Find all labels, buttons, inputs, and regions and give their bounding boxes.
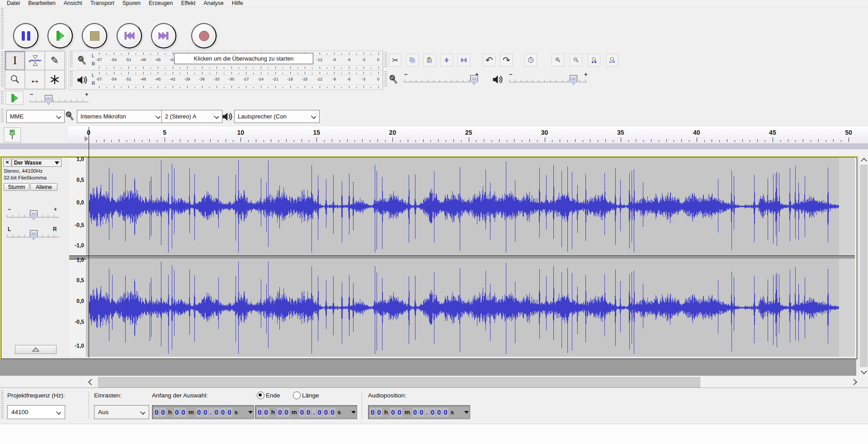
redo-button[interactable]: ↷ xyxy=(500,54,513,66)
radio-length[interactable] xyxy=(293,392,301,399)
snap-to-select[interactable]: Aus xyxy=(94,405,149,419)
menu-item-spuren[interactable]: Spuren xyxy=(118,0,145,7)
solo-button[interactable]: Alleine xyxy=(30,183,57,191)
menu-item-effekt[interactable]: Effekt xyxy=(177,0,200,7)
pan-slider-thumb[interactable] xyxy=(30,230,38,240)
playback-meter-toolbar[interactable]: L R -57-54-51-48-45-42-39-36-33-30-27-24… xyxy=(69,70,383,90)
playhead-triangle-icon[interactable] xyxy=(85,136,89,142)
audio-host-select[interactable]: MME xyxy=(6,110,65,123)
playback-volume-thumb[interactable] xyxy=(570,75,577,85)
selection-start-field[interactable]: 00h00m00.000s xyxy=(152,405,254,419)
vertical-scroll-thumb[interactable] xyxy=(860,165,868,367)
play-speed-slider[interactable] xyxy=(30,98,89,102)
recording-channels-select[interactable]: 2 (Stereo) A xyxy=(161,110,222,123)
sync-lock-button[interactable] xyxy=(524,54,537,66)
toolbar-grabber[interactable] xyxy=(1,8,4,49)
paste-button[interactable] xyxy=(423,54,436,66)
playback-device-select[interactable]: Lautsprecher (Con xyxy=(234,110,320,123)
skip-to-start-button[interactable] xyxy=(117,23,142,48)
radio-end-label[interactable]: Ende xyxy=(266,392,280,399)
trim-audio-button[interactable] xyxy=(440,54,453,66)
scroll-up-button[interactable] xyxy=(859,156,868,164)
scroll-left-button[interactable] xyxy=(87,377,95,387)
playback-volume-plus: + xyxy=(584,71,588,78)
recording-volume-slider[interactable] xyxy=(404,78,478,82)
pan-left-label: L xyxy=(8,226,11,232)
horizontal-scroll-thumb[interactable] xyxy=(98,377,700,387)
toolbar-grabber[interactable] xyxy=(70,71,73,88)
envelope-tool-button[interactable] xyxy=(25,51,45,70)
close-track-button[interactable]: × xyxy=(3,159,11,167)
toolbar-grabber[interactable] xyxy=(1,109,4,123)
menu-bar: DateiBearbeitenAnsichtTransportSpurenErz… xyxy=(0,0,868,7)
timeshift-tool-button[interactable]: ↔ xyxy=(25,70,45,89)
track-name-menu[interactable]: Der Wasse xyxy=(12,159,61,167)
skip-to-end-button[interactable] xyxy=(151,23,176,48)
multi-tool-button[interactable] xyxy=(45,70,65,89)
waveform-right-channel[interactable] xyxy=(86,259,855,357)
zoom-tool-button[interactable] xyxy=(5,70,25,89)
project-rate-select[interactable]: 44100 xyxy=(7,405,65,419)
menu-item-ansicht[interactable]: Ansicht xyxy=(60,0,86,7)
playback-volume-minus: − xyxy=(509,71,513,78)
radio-length-label[interactable]: Länge xyxy=(302,392,319,399)
mute-button[interactable]: Stumm xyxy=(4,183,29,191)
zoom-in-button[interactable] xyxy=(552,54,564,66)
horizontal-scrollbar[interactable] xyxy=(87,377,858,387)
menu-item-hilfe[interactable]: Hilfe xyxy=(228,0,247,7)
dropdown-triangle-icon[interactable] xyxy=(248,411,253,414)
draw-tool-button[interactable]: ✎ xyxy=(45,51,65,70)
double-arrow-icon: ↔ xyxy=(29,74,40,85)
copy-button[interactable] xyxy=(406,54,419,66)
timeline-ruler[interactable]: 05101520253035404550 xyxy=(68,127,868,144)
menu-item-datei[interactable]: Datei xyxy=(3,0,24,7)
trim-icon xyxy=(443,56,450,65)
undo-button[interactable]: ↶ xyxy=(483,54,495,66)
dropdown-triangle-icon xyxy=(55,161,59,165)
selection-tool-button[interactable]: I xyxy=(5,51,25,70)
audio-position-field[interactable]: 00h00m00.000s xyxy=(368,405,470,419)
dropdown-triangle-icon[interactable] xyxy=(464,411,469,414)
scroll-down-button[interactable] xyxy=(859,368,868,376)
magnifier-icon xyxy=(9,74,20,85)
play-at-speed-button[interactable] xyxy=(5,91,24,105)
silence-audio-button[interactable] xyxy=(458,54,470,66)
dropdown-triangle-icon[interactable] xyxy=(351,411,356,414)
menu-item-transport[interactable]: Transport xyxy=(86,0,118,7)
recording-volume-thumb[interactable] xyxy=(470,75,478,85)
undo-icon: ↶ xyxy=(486,56,493,65)
pinned-playhead-button[interactable] xyxy=(4,128,21,142)
recording-device-select[interactable]: Internes Mikrofon xyxy=(77,110,164,123)
gain-slider-thumb[interactable] xyxy=(30,210,38,220)
play-button[interactable] xyxy=(47,23,73,48)
menu-item-erzeugen[interactable]: Erzeugen xyxy=(145,0,177,7)
menu-item-analyse[interactable]: Analyse xyxy=(199,0,227,7)
selection-end-field[interactable]: 00h00m00.000s xyxy=(255,405,357,419)
menu-item-bearbeiten[interactable]: Bearbeiten xyxy=(24,0,59,7)
play-speed-thumb[interactable] xyxy=(45,95,52,105)
fit-selection-button[interactable] xyxy=(588,54,600,66)
meter-left-label: L xyxy=(92,54,94,58)
fit-project-button[interactable] xyxy=(606,54,618,66)
amplitude-label: 1,0 xyxy=(69,257,84,263)
zoom-out-button[interactable] xyxy=(570,54,582,66)
scroll-right-button[interactable] xyxy=(850,377,858,387)
monitoring-tooltip[interactable]: Klicken um die Überwachung zu starten xyxy=(174,53,313,64)
timeline-row: 05101520253035404550 xyxy=(0,127,868,143)
collapse-track-button[interactable] xyxy=(15,345,57,354)
pause-button[interactable] xyxy=(13,23,38,48)
waveform-left-channel[interactable] xyxy=(86,157,855,255)
toolbar-grabber[interactable] xyxy=(384,52,387,68)
toolbar-grabber[interactable] xyxy=(1,391,4,420)
radio-end[interactable] xyxy=(257,392,264,399)
toolbar-grabber[interactable] xyxy=(1,91,4,105)
meter-right-label: R xyxy=(92,62,95,66)
cut-button[interactable]: ✂ xyxy=(389,54,401,66)
vertical-scrollbar[interactable] xyxy=(859,156,868,376)
toolbar-grabber[interactable] xyxy=(70,52,73,68)
record-button[interactable] xyxy=(191,23,217,48)
toolbar-grabber[interactable] xyxy=(1,52,4,88)
toolbar-grabber[interactable] xyxy=(384,71,387,88)
stop-button[interactable] xyxy=(82,23,107,48)
toolbar-separator xyxy=(66,51,68,89)
